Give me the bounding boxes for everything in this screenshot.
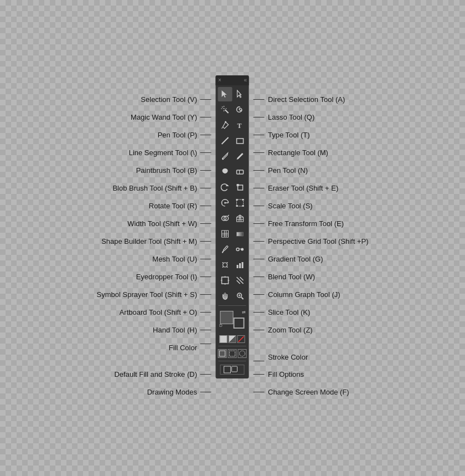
drawing-modes-label: Drawing Modes <box>147 383 211 401</box>
type-tool[interactable]: T <box>233 118 247 132</box>
draw-inside-mode-btn[interactable] <box>238 349 247 358</box>
svg-point-1 <box>224 108 225 109</box>
svg-rect-24 <box>242 199 244 201</box>
tool-row-2 <box>216 103 249 117</box>
magic-wand-tool[interactable] <box>218 103 232 117</box>
toolbar-divider-1 <box>219 305 246 306</box>
perspective-grid-tool-label-r: Perspective Grid Tool (Shift +P) <box>254 233 368 250</box>
eyedropper-tool-label: Eyedropper Tool (I) <box>136 268 211 286</box>
normal-draw-mode-btn[interactable] <box>218 349 227 358</box>
close-icon[interactable]: × <box>218 77 221 83</box>
label-line <box>254 312 265 313</box>
symbol-sprayer-tool[interactable] <box>218 258 232 272</box>
none-fill-btn[interactable] <box>237 335 245 343</box>
labels-left: Selection Tool (V) Magic Wand Tool (Y) P… <box>97 75 211 401</box>
rotate-tool[interactable] <box>218 180 232 195</box>
pen-tool-label: Pen Tool (P) <box>158 126 211 144</box>
tool-row-14 <box>216 289 249 303</box>
svg-rect-35 <box>222 231 229 237</box>
lasso-tool[interactable] <box>233 103 247 117</box>
svg-point-10 <box>225 121 226 122</box>
line-segment-tool[interactable] <box>218 134 232 148</box>
gradient-fill-btn[interactable] <box>229 335 236 343</box>
svg-point-48 <box>223 267 224 268</box>
artboard-tool[interactable] <box>218 273 232 288</box>
svg-point-42 <box>222 252 223 253</box>
svg-rect-13 <box>237 139 244 144</box>
label-line <box>200 312 211 313</box>
solid-color-btn[interactable] <box>220 335 228 343</box>
svg-point-66 <box>240 351 245 356</box>
label-line <box>200 206 211 206</box>
rectangle-tool-label-r: Rectangle Tool (M) <box>254 144 328 162</box>
svg-rect-23 <box>236 199 238 201</box>
slice-tool-label-r: Slice Tool (K) <box>254 304 310 321</box>
svg-rect-68 <box>232 366 237 372</box>
label-line <box>200 374 211 375</box>
label-line <box>200 259 211 259</box>
swap-colors-icon[interactable]: ⇄ <box>242 310 246 315</box>
pen-tool[interactable] <box>218 118 232 132</box>
collapse-icon[interactable]: « <box>244 77 247 83</box>
mesh-tool[interactable] <box>218 227 232 241</box>
label-line <box>200 135 211 135</box>
label-line <box>200 330 211 330</box>
scale-tool-label-r: Scale Tool (S) <box>254 197 313 215</box>
screen-mode-btn[interactable] <box>220 365 245 375</box>
default-colors-icon[interactable]: D <box>219 323 226 330</box>
fill-color-box[interactable] <box>220 311 234 324</box>
selection-tool[interactable] <box>218 87 232 101</box>
eyedropper-tool[interactable] <box>218 242 232 257</box>
svg-point-47 <box>227 262 228 263</box>
line-segment-tool-label: Line Segment Tool (\) <box>129 144 211 162</box>
slice-tool[interactable] <box>233 273 247 288</box>
selection-tool-label: Selection Tool (V) <box>141 91 211 109</box>
svg-rect-52 <box>242 262 244 268</box>
gradient-tool[interactable] <box>233 227 247 241</box>
hand-tool-label: Hand Tool (H) <box>153 321 211 339</box>
blob-brush-tool[interactable] <box>218 165 232 179</box>
direct-selection-tool[interactable] <box>233 87 247 101</box>
scale-tool[interactable] <box>233 180 247 195</box>
svg-line-63 <box>239 336 244 342</box>
tool-row-10 <box>216 227 249 241</box>
svg-text:T: T <box>237 122 242 130</box>
draw-behind-mode-btn[interactable] <box>228 349 237 358</box>
svg-rect-53 <box>222 277 229 284</box>
column-graph-tool[interactable] <box>233 258 247 272</box>
label-line <box>200 223 211 224</box>
svg-rect-64 <box>220 351 225 356</box>
mesh-tool-label: Mesh Tool (U) <box>152 250 211 268</box>
label-line <box>254 135 265 135</box>
rectangle-tool[interactable] <box>233 134 247 148</box>
shape-builder-tool-label: Shape Builder Tool (Shift + M) <box>101 233 211 250</box>
drawing-modes-row <box>218 349 247 358</box>
gradient-tool-label-r: Gradient Tool (G) <box>254 250 323 268</box>
toolbar-panel: × « <box>216 75 249 378</box>
toolbar-divider-3 <box>219 361 246 361</box>
default-fill-stroke-label: Default Fill and Stroke (D) <box>114 366 211 383</box>
tool-row-3: T <box>216 118 249 132</box>
tool-row-12 <box>216 258 249 272</box>
shape-builder-tool[interactable] <box>218 211 232 226</box>
zoom-tool[interactable] <box>233 289 247 303</box>
tool-row-13 <box>216 273 249 288</box>
width-tool[interactable] <box>218 196 232 210</box>
tool-row-8 <box>216 196 249 210</box>
label-line <box>254 374 265 375</box>
free-transform-tool[interactable] <box>233 196 247 210</box>
hand-tool[interactable] <box>218 289 232 303</box>
svg-point-49 <box>227 267 228 268</box>
rotate-tool-label: Rotate Tool (R) <box>149 197 211 215</box>
pencil-tool[interactable] <box>233 149 247 163</box>
label-line <box>254 99 265 100</box>
paintbrush-tool[interactable] <box>218 149 232 163</box>
label-line <box>254 294 265 295</box>
labels-right: Direct Selection Tool (A) Lasso Tool (Q)… <box>254 75 368 401</box>
tool-row-6 <box>216 165 249 179</box>
eraser-tool[interactable] <box>233 165 247 179</box>
perspective-grid-tool[interactable] <box>233 211 247 226</box>
stroke-color-box[interactable] <box>234 318 245 329</box>
tool-row-1 <box>216 87 249 101</box>
blend-tool[interactable] <box>233 242 247 257</box>
